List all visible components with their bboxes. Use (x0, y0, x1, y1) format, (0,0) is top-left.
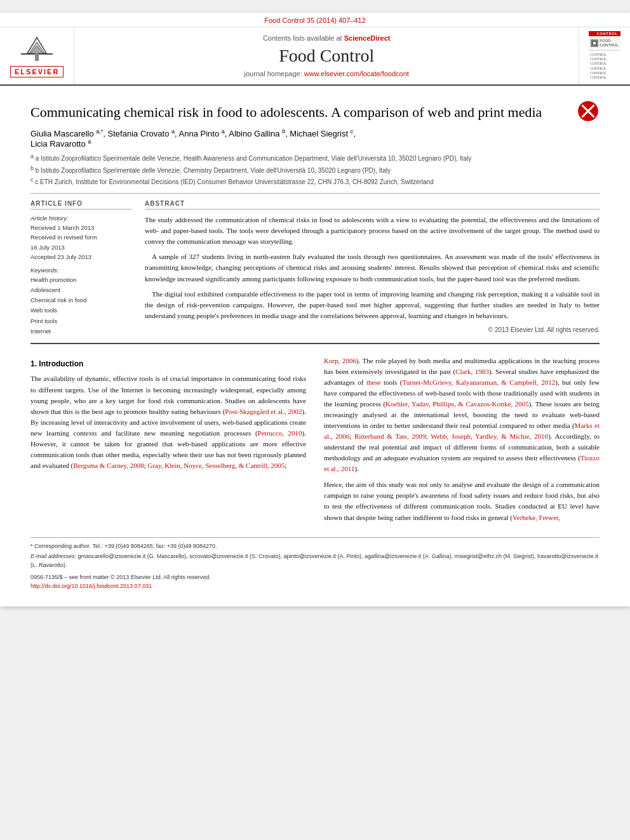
footnotes: * Corresponding author. Tel.: +39 (0)49 … (30, 537, 600, 591)
ref-koehler[interactable]: Koehler, Yadav, Phillips, & Cavazos-Kott… (385, 400, 529, 408)
ref-clark[interactable]: Clark, 1983 (455, 368, 489, 375)
abstract-text: The study addressed the communication of… (145, 215, 600, 321)
intro-para-1: The availability of dynamic, effective t… (30, 373, 306, 470)
ref-post-skagegard[interactable]: Post-Skagegård et al., 2002 (225, 408, 302, 415)
ref-webb[interactable]: Webb, Joseph, Yardley, & Michie, 2010 (431, 432, 548, 440)
journal-title-section: Contents lists available at ScienceDirec… (74, 27, 579, 84)
elsevier-logo-section: ELSEVIER (0, 27, 74, 84)
abstract-para-3: The digital tool exhibited comparable ef… (145, 289, 600, 321)
journal-homepage: journal homepage: www.elsevier.com/locat… (245, 70, 409, 77)
ref-petrucco[interactable]: Petrucco, 2010 (258, 429, 302, 437)
abstract-panel: ABSTRACT The study addressed the communi… (145, 200, 600, 337)
kw-6: Internet (30, 328, 51, 335)
ref-gray[interactable]: Gray, Klein, Noyce, Sesselberg, & Cantri… (148, 462, 285, 469)
article-info-panel: ARTICLE INFO Article history: Received 1… (30, 200, 132, 337)
body-two-col: 1. Introduction The availability of dyna… (30, 356, 600, 528)
keywords-label: Keywords: (30, 267, 132, 274)
ref-ritterband[interactable]: Ritterband & Tate, 2009 (354, 432, 426, 440)
email-note: E-mail addresses: gmascarello@izsvenezie… (30, 552, 600, 570)
journal-header: ELSEVIER Contents lists available at Sci… (0, 27, 630, 86)
ref-these[interactable]: these (366, 378, 381, 386)
intro-para-2: Korp, 2006). The role played by both med… (324, 356, 600, 475)
affil-a: a a Istituto Zooprofilattico Sperimental… (30, 152, 600, 163)
crossmark-icon (577, 100, 600, 123)
sciencedirect-link[interactable]: ScienceDirect (344, 34, 391, 42)
body-left-col: 1. Introduction The availability of dyna… (30, 356, 306, 528)
keywords-list: Health promotion Adolescent Chemical ris… (30, 275, 132, 337)
kw-4: Web tools (30, 307, 57, 314)
kw-5: Print tools (30, 317, 57, 324)
copyright-text: © 2013 Elsevier Ltd. All rights reserved… (145, 326, 600, 333)
issn-line: 0956-7135/$ – see front matter © 2013 El… (30, 573, 600, 582)
kw-1: Health promotion (30, 276, 76, 283)
corresponding-author-note: * Corresponding author. Tel.: +39 (0)49 … (30, 542, 600, 550)
ref-bergsma[interactable]: Bergsma & Carney, 2008 (73, 462, 144, 469)
affiliations: a a Istituto Zooprofilattico Sperimental… (30, 152, 600, 187)
history-label: Article history: (30, 215, 132, 222)
ref-verbeke[interactable]: Verbeke, Frewer, (513, 514, 560, 521)
abstract-para-1: The study addressed the communication of… (145, 215, 600, 247)
doi-line[interactable]: http://dx.doi.org/10.1016/j.foodcont.201… (30, 582, 600, 590)
authors-line: Giulia Mascarello a,*, Stefania Crovato … (30, 128, 600, 149)
intro-para-3: Hence, the aim of this study was not onl… (324, 479, 600, 523)
abstract-para-2: A sample of 327 students living in north… (145, 251, 600, 284)
journal-sidebar: CONTROL FOODCONTROL CONTROLCONTROLCONTRO… (579, 27, 630, 84)
food-control-sidebar-graphic: CONTROL FOODCONTROL CONTROLCONTROLCONTRO… (589, 31, 620, 81)
divider-1 (30, 193, 600, 194)
shown-text: shown (324, 514, 342, 521)
svg-rect-4 (35, 53, 39, 61)
sciencedirect-line: Contents lists available at ScienceDirec… (263, 34, 391, 42)
ref-turner[interactable]: Turner-McGrievy, Kalyanaraman, & Campbel… (402, 378, 555, 386)
ref-korp[interactable]: Korp, 2006 (324, 357, 356, 364)
email-list: gmascarello@izsvenezie.it (G. Mascarello… (30, 553, 598, 568)
page: Food Control 35 (2014) 407–412 ELSEVIER … (0, 13, 630, 606)
homepage-link[interactable]: www.elsevier.com/locate/foodcont (304, 70, 409, 77)
introduction-section: 1. Introduction The availability of dyna… (30, 356, 600, 528)
body-right-col: Korp, 2006). The role played by both med… (324, 356, 600, 528)
article-info-abstract: ARTICLE INFO Article history: Received 1… (30, 200, 600, 337)
intro-heading: 1. Introduction (30, 358, 306, 370)
kw-3: Chemical risk in food (30, 297, 86, 303)
email-label: E-mail addresses: (30, 553, 76, 559)
citation-bar: Food Control 35 (2014) 407–412 (0, 13, 630, 27)
affil-b: b b Istituto Zooprofilattico Sperimental… (30, 164, 600, 175)
paper-title: Communicating chemical risk in food to a… (30, 103, 600, 122)
affil-c: c c ETH Zurich, Institute for Environmen… (30, 176, 600, 187)
ref-tiozzo[interactable]: Tiozzo et al., 2011 (324, 454, 600, 472)
divider-2 (30, 343, 600, 344)
svg-rect-6 (593, 42, 596, 44)
received-date: Received 1 March 2013 Received in revise… (30, 223, 132, 262)
journal-title: Food Control (279, 46, 374, 66)
article-info-heading: ARTICLE INFO (30, 200, 132, 210)
citation-text: Food Control 35 (2014) 407–412 (264, 17, 366, 24)
elsevier-wordmark: ELSEVIER (10, 66, 64, 77)
kw-2: Adolescent (30, 286, 60, 293)
abstract-heading: ABSTRACT (145, 200, 600, 210)
paper-content: Communicating chemical risk in food to a… (0, 86, 630, 606)
elsevier-tree-icon (18, 34, 56, 66)
